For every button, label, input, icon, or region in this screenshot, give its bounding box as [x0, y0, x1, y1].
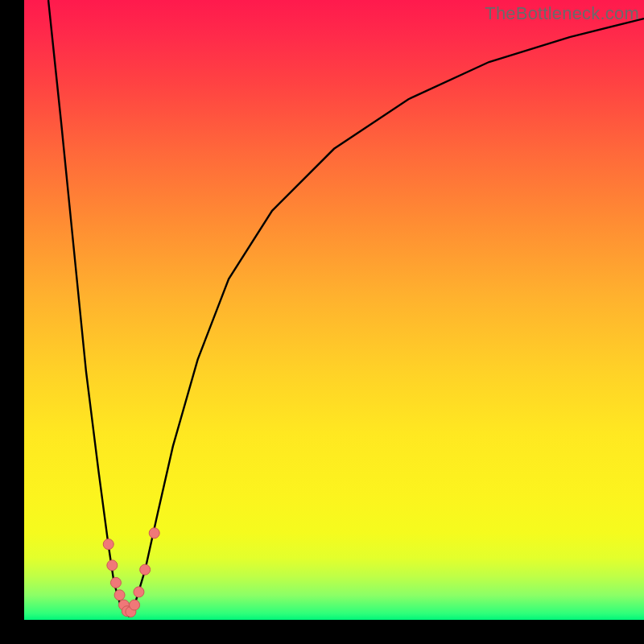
data-point-marker	[130, 600, 140, 610]
curve-left-branch	[48, 0, 130, 617]
curve-layer	[24, 0, 644, 620]
data-point-marker	[103, 539, 114, 550]
data-point-marker	[107, 560, 118, 571]
chart-frame: TheBottleneck.com	[0, 0, 644, 644]
plot-area	[24, 0, 644, 620]
data-point-marker	[134, 587, 144, 597]
data-point-marker	[149, 528, 159, 539]
watermark-text: TheBottleneck.com	[485, 3, 639, 24]
data-point-marker	[110, 577, 121, 588]
data-point-marker	[114, 590, 125, 601]
curve-right-branch	[130, 19, 644, 617]
data-point-marker	[140, 564, 151, 575]
